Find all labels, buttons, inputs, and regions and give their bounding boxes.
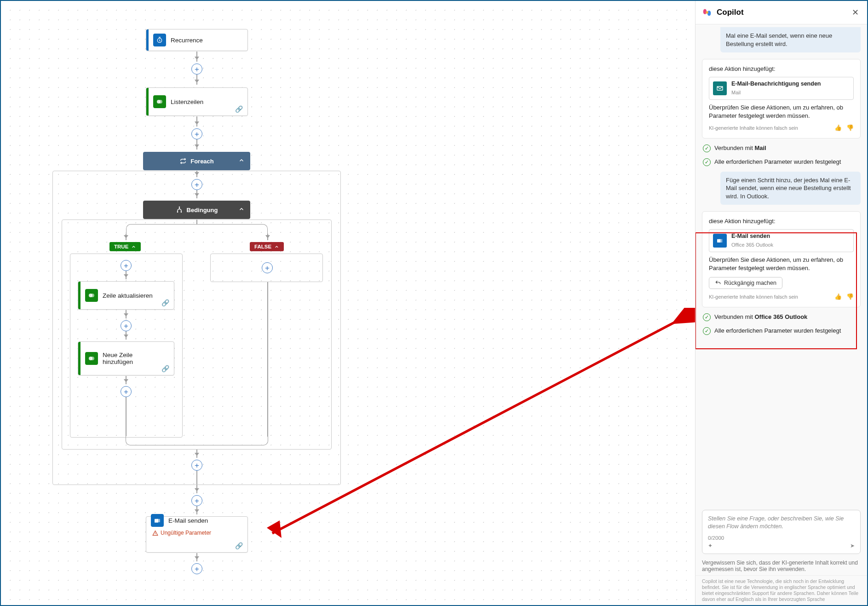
add-step-button[interactable]: + bbox=[191, 128, 202, 139]
outlook-icon bbox=[151, 514, 164, 527]
ai-action-card[interactable]: E-Mail-Benachrichtigung senden Mail bbox=[709, 77, 854, 100]
accent-bar bbox=[78, 282, 80, 309]
status-params: ✓ Alle erforderlichen Parameter wurden f… bbox=[703, 158, 860, 166]
dataverse-icon bbox=[153, 95, 166, 108]
ai-body: Überprüfen Sie diese Aktionen, um zu erf… bbox=[709, 104, 854, 120]
connector bbox=[196, 75, 197, 85]
connector bbox=[196, 219, 197, 224]
node-add-row[interactable]: Neue Zeile hinzufügen 🔗 bbox=[78, 341, 174, 375]
accent-bar bbox=[146, 88, 149, 115]
close-button[interactable]: ✕ bbox=[850, 6, 861, 19]
sparkle-icon[interactable]: ✦ bbox=[708, 543, 713, 549]
add-step-button[interactable]: + bbox=[121, 320, 132, 331]
copilot-logo-icon bbox=[702, 7, 712, 17]
add-step-button[interactable]: + bbox=[262, 262, 273, 273]
link-icon: 🔗 bbox=[161, 299, 169, 306]
svg-point-5 bbox=[179, 207, 179, 207]
connector bbox=[196, 506, 197, 514]
node-label: Recurrence bbox=[171, 37, 203, 44]
connector bbox=[126, 331, 126, 340]
accent-bar bbox=[78, 342, 80, 375]
dataverse-icon bbox=[85, 352, 98, 365]
annotation-highlight bbox=[696, 232, 857, 349]
flow-canvas[interactable]: Recurrence + Listenzeilen 🔗 + Foreach bbox=[1, 1, 695, 605]
connector bbox=[196, 485, 197, 493]
branch-icon bbox=[176, 206, 183, 214]
ai-message-card: diese Aktion hinzugefügt: E-Mail-Benachr… bbox=[702, 59, 861, 138]
ai-header: diese Aktion hinzugefügt: bbox=[709, 65, 854, 73]
branch-true-header[interactable]: TRUE bbox=[109, 242, 141, 251]
check-icon: ✓ bbox=[703, 144, 711, 152]
chevron-up-icon bbox=[131, 244, 136, 249]
thumbs-up-button[interactable]: 👍 bbox=[834, 124, 842, 132]
copilot-footer-small: Copilot ist eine neue Technologie, die s… bbox=[696, 575, 867, 606]
status-connected: ✓ Verbunden mit Mail bbox=[703, 144, 860, 152]
thumbs-down-button[interactable]: 👎 bbox=[846, 124, 854, 132]
dataverse-icon bbox=[85, 289, 98, 302]
node-update-row[interactable]: Zeile aktualisieren 🔗 bbox=[78, 281, 174, 310]
connector bbox=[196, 553, 197, 561]
svg-point-9 bbox=[91, 357, 94, 360]
connector bbox=[196, 116, 197, 127]
copilot-input[interactable]: Stellen Sie eine Frage, oder beschreiben… bbox=[702, 510, 861, 554]
branch-false-header[interactable]: FALSE bbox=[250, 242, 284, 251]
connector bbox=[196, 471, 197, 485]
foreach-label: Foreach bbox=[190, 158, 214, 165]
svg-point-3 bbox=[177, 212, 178, 212]
connector bbox=[126, 224, 197, 234]
add-step-button[interactable]: + bbox=[191, 179, 202, 190]
app-root: Recurrence + Listenzeilen 🔗 + Foreach bbox=[0, 0, 868, 606]
connector bbox=[126, 397, 126, 436]
copilot-title: Copilot bbox=[717, 8, 850, 17]
ai-disclaimer: KI-generierte Inhalte können falsch sein bbox=[709, 125, 798, 132]
input-placeholder: Stellen Sie eine Frage, oder beschreiben… bbox=[708, 515, 855, 531]
link-icon: 🔗 bbox=[235, 542, 243, 549]
clock-icon bbox=[153, 34, 166, 46]
check-icon: ✓ bbox=[703, 158, 711, 166]
node-send-mail[interactable]: E-Mail senden Ungültige Parameter 🔗 bbox=[146, 516, 248, 553]
user-message: Füge einen Schritt hinzu, der jedes Mal … bbox=[720, 172, 861, 205]
user-message: Mal eine E-Mail sendet, wenn eine neue B… bbox=[720, 27, 861, 52]
connector bbox=[126, 271, 126, 279]
chevron-up-icon[interactable] bbox=[238, 157, 245, 165]
node-label: Neue Zeile hinzufügen bbox=[103, 352, 158, 365]
svg-point-13 bbox=[706, 11, 708, 14]
connector bbox=[126, 310, 126, 318]
connector bbox=[267, 234, 268, 240]
node-list-rows[interactable]: Listenzeilen 🔗 bbox=[146, 87, 248, 116]
chevron-up-icon bbox=[274, 244, 279, 249]
connector bbox=[196, 171, 197, 177]
connector bbox=[196, 139, 197, 150]
connector bbox=[126, 376, 126, 384]
char-counter: 0/2000 bbox=[708, 535, 724, 541]
true-label: TRUE bbox=[114, 244, 128, 249]
connector bbox=[196, 450, 197, 458]
add-step-button[interactable]: + bbox=[121, 386, 132, 397]
node-label: Listenzeilen bbox=[171, 98, 203, 105]
add-step-button[interactable]: + bbox=[121, 260, 132, 271]
false-label: FALSE bbox=[254, 244, 271, 249]
add-step-button[interactable]: + bbox=[191, 460, 202, 471]
connector bbox=[126, 234, 126, 240]
chevron-up-icon[interactable] bbox=[238, 206, 245, 214]
add-step-button[interactable]: + bbox=[191, 563, 202, 574]
node-label: Zeile aktualisieren bbox=[103, 292, 153, 299]
connector bbox=[126, 436, 197, 445]
condition-label: Bedingung bbox=[187, 207, 218, 214]
accent-bar bbox=[146, 29, 149, 51]
mail-icon bbox=[713, 81, 727, 95]
action-title: E-Mail-Benachrichtigung senden bbox=[731, 80, 821, 88]
send-button[interactable]: ➤ bbox=[850, 543, 855, 549]
add-step-button[interactable]: + bbox=[191, 63, 202, 75]
node-recurrence[interactable]: Recurrence bbox=[146, 29, 248, 51]
loop-icon bbox=[179, 157, 187, 165]
warning-icon bbox=[152, 530, 158, 536]
flow-layer: Recurrence + Listenzeilen 🔗 + Foreach bbox=[1, 1, 695, 605]
svg-point-7 bbox=[91, 294, 94, 297]
copilot-chat[interactable]: Mal eine E-Mail sendet, wenn eine neue B… bbox=[696, 24, 867, 506]
node-foreach-header[interactable]: Foreach bbox=[143, 152, 250, 170]
link-icon: 🔗 bbox=[235, 105, 243, 113]
node-condition-header[interactable]: Bedingung bbox=[143, 201, 250, 219]
copilot-panel: Copilot ✕ Mal eine E-Mail sendet, wenn e… bbox=[695, 1, 867, 605]
add-step-button[interactable]: + bbox=[191, 495, 202, 506]
